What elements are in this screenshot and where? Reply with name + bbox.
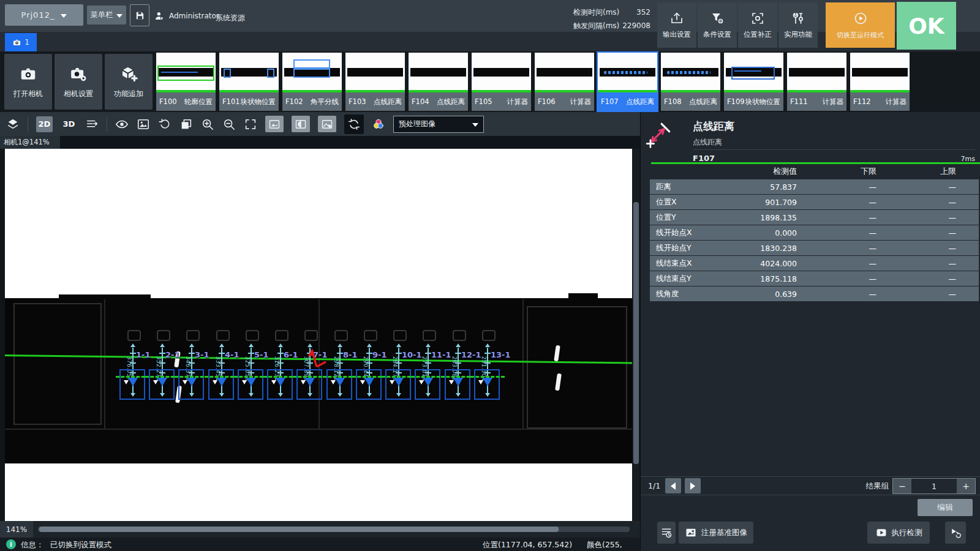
module-thumb-image [724, 53, 783, 92]
result-row[interactable]: 线角度0.639—— [650, 287, 979, 301]
action-button-tools[interactable]: 实用功能 [778, 2, 818, 48]
module-thumb-F100[interactable]: F100轮廓位置 [156, 53, 216, 111]
image-display-icon[interactable] [137, 118, 150, 131]
cursor-color-readout: 颜色(255, 255, 255) [587, 540, 640, 551]
split-image-button[interactable] [292, 116, 310, 132]
camera-gear-icon [69, 65, 88, 83]
alert-arrow [298, 340, 331, 372]
result-row[interactable]: 线开始点X0.000—— [650, 225, 979, 240]
module-thumb-F112[interactable]: F112计算器 [850, 53, 910, 111]
mode-3d-button[interactable]: 3D [61, 116, 77, 132]
info-label: 信息： [21, 540, 44, 550]
result-value: 57.837 [726, 182, 797, 192]
image-option-button[interactable] [318, 116, 336, 132]
play-circle-icon [853, 11, 868, 26]
status-bar: i 信息： 已切换到设置模式 位置(1177.04, 657.542) 颜色(2… [0, 538, 640, 551]
module-thumb-F101[interactable]: F101块状物位置 [219, 53, 279, 111]
rotate-view-icon[interactable] [158, 118, 172, 131]
result-low-limit: — [797, 182, 876, 192]
register-reference-image-button[interactable]: 注册基准图像 [679, 522, 753, 544]
result-log-button[interactable] [657, 522, 676, 544]
vertical-scrollbar-thumb[interactable] [633, 202, 639, 464]
result-row[interactable]: 位置X901.709—— [650, 195, 979, 209]
module-roi-overlay [731, 67, 775, 80]
horizontal-scrollbar[interactable] [38, 527, 630, 532]
horizontal-scrollbar-thumb[interactable] [39, 527, 559, 532]
action-button-filter[interactable]: 条件设置 [698, 2, 737, 48]
next-page-button[interactable] [685, 478, 701, 493]
layers-icon[interactable] [6, 118, 20, 131]
prev-page-button[interactable] [665, 478, 681, 493]
module-thumb-F102[interactable]: F102角平分线 [282, 53, 342, 111]
module-status-line [345, 90, 405, 92]
system-resource-link[interactable]: 系统资源 [216, 13, 245, 23]
module-thumb-F104[interactable]: F104点线距离 [409, 53, 468, 111]
module-thumb-F103[interactable]: F103点线距离 [345, 53, 405, 111]
action-button-export[interactable]: 输出设置 [657, 2, 696, 48]
module-thumb-F111[interactable]: F111计算器 [787, 53, 846, 111]
color-mode-icon[interactable] [372, 118, 385, 131]
module-thumb-F108[interactable]: F108点线距离 [661, 53, 720, 111]
component-feature [482, 330, 496, 341]
result-row[interactable]: 线结束点X4024.000—— [650, 256, 979, 271]
component-feature [393, 330, 407, 341]
zoom-in-icon[interactable] [201, 118, 214, 131]
tool-button-camera-gear[interactable]: 相机设置 [55, 54, 102, 110]
module-thumb-label: F102角平分线 [282, 92, 342, 111]
point-marker-highlight [242, 380, 247, 384]
show-image-button[interactable] [265, 116, 284, 132]
run-loop-button[interactable] [945, 522, 966, 544]
copy-view-icon[interactable] [179, 118, 193, 131]
run-mode-label: 切换至运行模式 [837, 31, 884, 40]
camera-tab-1[interactable]: 1 [5, 33, 37, 53]
mode-2d-button[interactable]: 2D [36, 116, 53, 132]
visibility-icon[interactable] [115, 118, 129, 131]
run-detection-button[interactable]: 执行检测 [867, 522, 930, 544]
result-group-value[interactable]: 1 [911, 479, 957, 493]
result-high-limit: — [876, 228, 956, 238]
reference-image-icon [685, 527, 697, 539]
menu-bar-button[interactable]: 菜单栏 [87, 6, 126, 24]
module-thumb-image [409, 53, 468, 92]
result-row[interactable]: 位置Y1898.135—— [650, 210, 979, 225]
module-status-line [850, 90, 910, 92]
action-button-position[interactable]: 位置补正 [738, 2, 777, 48]
tool-button-camera[interactable]: 打开相机 [4, 54, 52, 110]
user-session[interactable]: Administrator [154, 11, 219, 21]
save-button[interactable] [130, 4, 149, 26]
switch-run-mode-button[interactable]: 切换至运行模式 [826, 2, 895, 48]
image-viewer: 376.0571-1352.2762-1346.3703-1333.4514-1… [0, 149, 640, 521]
vertical-scrollbar[interactable] [633, 149, 639, 521]
fit-screen-icon[interactable] [244, 118, 257, 131]
viewer-camera-tab[interactable]: 相机1@141% [0, 136, 60, 149]
result-row[interactable]: 线开始点Y1830.238—— [650, 241, 979, 255]
module-thumb-F105[interactable]: F105计算器 [472, 53, 531, 111]
module-thumb-label: F106计算器 [535, 92, 594, 111]
result-group-decrement[interactable]: − [893, 479, 911, 493]
result-row[interactable]: 距离57.837—— [650, 179, 979, 194]
point-marker-highlight [213, 380, 217, 384]
refresh-button[interactable] [344, 114, 364, 134]
point-marker [276, 378, 285, 386]
zoom-out-icon[interactable] [222, 118, 236, 131]
result-row[interactable]: 线结束点Y1875.118—— [650, 271, 979, 286]
list-view-icon[interactable] [85, 118, 99, 131]
edit-button[interactable]: 编辑 [918, 499, 973, 516]
result-high-limit: — [876, 213, 956, 222]
module-name: 计算器 [886, 97, 907, 107]
zoom-level-badge: 141% [0, 521, 33, 538]
stat-row: 检测时间(ms)352 [573, 6, 650, 19]
module-thumb-F107[interactable]: F107点线距离 [598, 53, 657, 111]
module-thumb-F109[interactable]: F109块状物位置 [724, 53, 783, 111]
result-group-increment[interactable]: + [957, 479, 975, 493]
tool-button-cube-plus[interactable]: 功能追加 [105, 54, 153, 110]
module-thumb-F106[interactable]: F106计算器 [535, 53, 594, 111]
inspection-image[interactable]: 376.0571-1352.2762-1346.3703-1333.4514-1… [5, 149, 632, 521]
timing-stats: 检测时间(ms)352触发间隔(ms)229008 [573, 6, 650, 32]
action-label: 条件设置 [703, 30, 731, 39]
tool-label: 功能追加 [114, 89, 143, 99]
project-select[interactable]: Prj012_ [5, 4, 83, 26]
result-value: 0.000 [726, 228, 797, 238]
image-source-dropdown[interactable]: 预处理图像 [393, 116, 484, 133]
module-name: 角平分线 [311, 97, 339, 107]
